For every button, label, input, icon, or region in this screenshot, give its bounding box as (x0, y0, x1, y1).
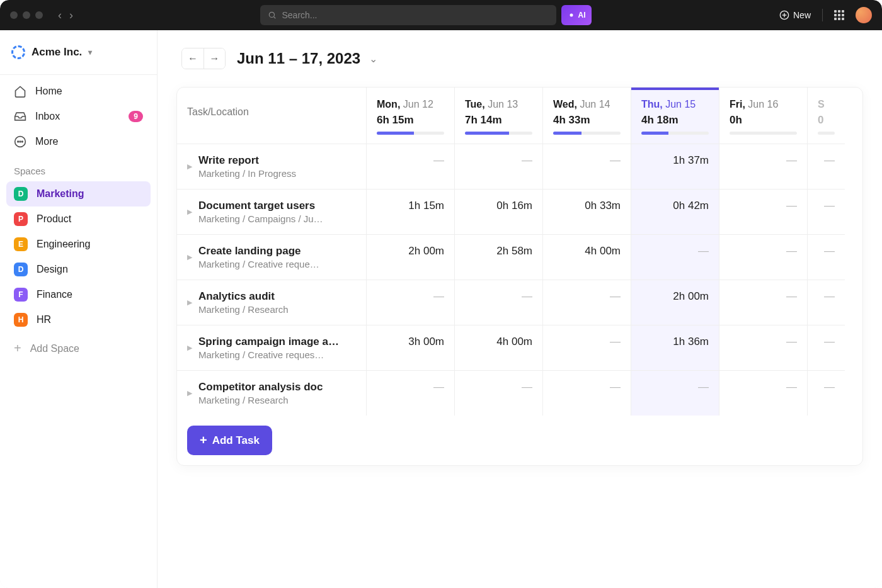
expand-icon[interactable]: ▶ (187, 344, 192, 352)
svg-line-1 (274, 17, 276, 19)
time-cell[interactable]: — (719, 189, 807, 234)
plus-icon: + (14, 341, 21, 356)
space-label: Engineering (37, 239, 90, 250)
history-nav: ‹ › (58, 9, 73, 22)
add-space-button[interactable]: + Add Space (6, 335, 151, 362)
time-cell[interactable]: — (542, 370, 631, 416)
time-cell[interactable]: — (454, 370, 542, 416)
task-title: Create landing page (198, 245, 319, 257)
time-cell[interactable]: — (631, 234, 719, 280)
column-header-day[interactable]: Tue, Jun 137h 14m (454, 88, 542, 144)
time-cell[interactable]: 1h 15m (366, 189, 454, 234)
plus-circle-icon (779, 10, 789, 20)
workspace-switcher[interactable]: Acme Inc. ▾ (6, 39, 151, 71)
task-title: Spring campaign image a… (198, 336, 339, 348)
task-row-header[interactable]: ▶Create landing pageMarketing / Creative… (177, 234, 366, 280)
time-cell-overflow: — (807, 370, 845, 416)
titlebar: ‹ › Search... AI New (0, 0, 882, 30)
task-path: Marketing / Campaigns / Ju… (198, 213, 323, 224)
avatar[interactable] (856, 7, 872, 23)
inbox-badge: 9 (129, 111, 143, 122)
time-cell[interactable]: — (719, 325, 807, 370)
new-button[interactable]: New (779, 10, 811, 20)
sidebar-space-marketing[interactable]: DMarketing (6, 181, 151, 206)
time-cell[interactable]: — (719, 370, 807, 416)
expand-icon[interactable]: ▶ (187, 162, 192, 171)
expand-icon[interactable]: ▶ (187, 298, 192, 307)
column-header-day[interactable]: Wed, Jun 144h 33m (542, 88, 631, 144)
task-row-header[interactable]: ▶Spring campaign image a…Marketing / Cre… (177, 325, 366, 370)
apps-icon[interactable] (834, 10, 844, 20)
more-icon (14, 135, 26, 148)
svg-point-0 (270, 12, 275, 17)
chevron-down-icon: ▾ (88, 48, 92, 57)
time-cell[interactable]: 0h 33m (542, 189, 631, 234)
task-title: Document target users (198, 200, 323, 212)
nav-inbox[interactable]: Inbox 9 (6, 104, 151, 129)
back-button[interactable]: ‹ (58, 9, 62, 22)
time-cell[interactable]: — (366, 144, 454, 189)
task-row-header[interactable]: ▶Write reportMarketing / In Progress (177, 144, 366, 189)
nav-home[interactable]: Home (6, 79, 151, 104)
range-dropdown-icon[interactable]: ⌄ (369, 53, 377, 65)
svg-point-8 (20, 141, 21, 142)
space-badge-icon: D (14, 263, 28, 276)
time-cell[interactable]: 3h 00m (366, 325, 454, 370)
expand-icon[interactable]: ▶ (187, 208, 192, 216)
time-cell[interactable]: — (719, 234, 807, 280)
expand-icon[interactable]: ▶ (187, 389, 192, 397)
time-cell[interactable]: — (542, 144, 631, 189)
task-path: Marketing / Research (198, 395, 323, 405)
sidebar-space-product[interactable]: PProduct (6, 206, 151, 232)
window-controls[interactable] (10, 11, 43, 19)
task-row-header[interactable]: ▶Competitor analysis docMarketing / Rese… (177, 370, 366, 416)
column-header-task: Task/Location (177, 88, 366, 144)
home-icon (14, 85, 26, 98)
expand-icon[interactable]: ▶ (187, 253, 192, 261)
sidebar-space-engineering[interactable]: EEngineering (6, 232, 151, 257)
time-cell[interactable]: — (454, 280, 542, 325)
next-week-button[interactable]: → (203, 48, 225, 69)
sidebar-space-design[interactable]: DDesign (6, 257, 151, 282)
prev-week-button[interactable]: ← (182, 48, 203, 69)
time-cell[interactable]: 2h 00m (366, 234, 454, 280)
time-cell[interactable]: — (542, 325, 631, 370)
column-header-day[interactable]: Fri, Jun 160h (719, 88, 807, 144)
sidebar: Acme Inc. ▾ Home Inbox 9 More Spaces DMa… (0, 30, 158, 588)
time-cell[interactable]: 1h 37m (631, 144, 719, 189)
time-cell[interactable]: — (631, 370, 719, 416)
time-cell[interactable]: 2h 00m (631, 280, 719, 325)
main-content: ← → Jun 11 – 17, 2023 ⌄ Task/LocationMon… (158, 30, 882, 588)
time-cell-overflow: — (807, 144, 845, 189)
sparkle-icon (568, 11, 575, 19)
time-cell[interactable]: — (719, 144, 807, 189)
search-icon (268, 11, 277, 20)
time-cell[interactable]: 2h 58m (454, 234, 542, 280)
add-task-button[interactable]: + Add Task (187, 426, 272, 455)
time-cell[interactable]: 4h 00m (454, 325, 542, 370)
nav-more[interactable]: More (6, 129, 151, 154)
time-cell[interactable]: 0h 16m (454, 189, 542, 234)
space-badge-icon: H (14, 313, 28, 327)
time-cell[interactable]: 0h 42m (631, 189, 719, 234)
time-cell[interactable]: — (366, 280, 454, 325)
timesheet: Task/LocationMon, Jun 126h 15mTue, Jun 1… (176, 87, 863, 466)
column-header-day[interactable]: Thu, Jun 154h 18m (631, 88, 719, 144)
space-badge-icon: P (14, 212, 28, 226)
time-cell[interactable]: — (366, 370, 454, 416)
search-input[interactable]: Search... (260, 5, 556, 25)
column-header-day[interactable]: Mon, Jun 126h 15m (366, 88, 454, 144)
task-row-header[interactable]: ▶Document target usersMarketing / Campai… (177, 189, 366, 234)
sidebar-space-hr[interactable]: HHR (6, 307, 151, 332)
time-cell[interactable]: 1h 36m (631, 325, 719, 370)
task-row-header[interactable]: ▶Analytics auditMarketing / Research (177, 280, 366, 325)
space-badge-icon: F (14, 288, 28, 302)
time-cell[interactable]: — (454, 144, 542, 189)
time-cell[interactable]: — (719, 280, 807, 325)
time-cell[interactable]: 4h 00m (542, 234, 631, 280)
sidebar-space-finance[interactable]: FFinance (6, 282, 151, 307)
forward-button[interactable]: › (69, 9, 73, 22)
ai-button[interactable]: AI (561, 5, 592, 25)
time-cell[interactable]: — (542, 280, 631, 325)
space-label: Marketing (37, 188, 84, 200)
